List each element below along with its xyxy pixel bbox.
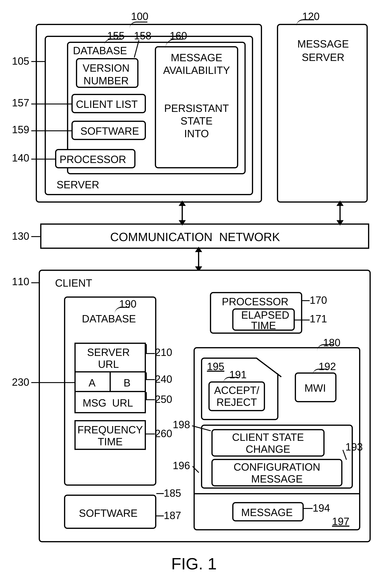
arrow-net-client <box>198 250 199 268</box>
label-database-client: DATABASE <box>82 313 136 325</box>
ref-159: 159 <box>12 124 29 136</box>
ref-170: 170 <box>310 294 327 306</box>
label-client-state-change: CLIENT STATE CHANGE <box>222 431 314 455</box>
arrow-server-net <box>182 204 183 222</box>
label-freq-time: FREQUENCY TIME <box>77 424 144 448</box>
label-config-message: CONFIGURATION MESSAGE <box>219 461 335 485</box>
label-msg-avail: MESSAGE AVAILABILITY PERSISTANT STATE IN… <box>162 52 231 140</box>
ref-260: 260 <box>155 428 172 439</box>
ref-187: 187 <box>164 509 181 521</box>
label-processor-client: PROCESSOR <box>222 296 288 308</box>
label-version-number: VERSION NUMBER <box>83 62 130 87</box>
label-processor-server: PROCESSOR <box>60 154 126 165</box>
label-software-client: SOFTWARE <box>79 507 138 519</box>
leader-170 <box>302 300 310 301</box>
leader-194 <box>304 508 313 509</box>
leader-210 <box>146 353 155 354</box>
leader-171 <box>295 320 310 320</box>
leader-187 <box>156 515 164 516</box>
ref-140: 140 <box>12 152 29 164</box>
ref-158: 158 <box>134 30 152 42</box>
ref-230: 230 <box>12 376 29 388</box>
label-msg-url: MSG URL <box>83 397 133 409</box>
label-server: SERVER <box>56 179 99 191</box>
ref-194: 194 <box>313 502 330 514</box>
ref-130: 130 <box>12 230 29 242</box>
ref-240: 240 <box>155 373 172 385</box>
label-elapsed-time: ELAPSED TIME <box>241 310 286 331</box>
label-b: B <box>124 377 130 389</box>
leader-260 <box>146 433 155 434</box>
label-message: MESSAGE <box>241 506 293 518</box>
label-software-server: SOFTWARE <box>80 125 139 137</box>
label-client: CLIENT <box>55 277 92 289</box>
leader-105 <box>31 61 45 62</box>
ref-195: 195 <box>207 361 224 372</box>
leader-185 <box>156 493 164 494</box>
label-comm-network: COMMUNICATION NETWORK <box>110 230 280 244</box>
label-server-url: SERVER URL <box>87 346 130 370</box>
leader-140 <box>31 159 55 160</box>
leader-159 <box>31 130 72 131</box>
leader-250-hook <box>146 392 147 400</box>
diagram-canvas: 100 SERVER 105 DATABASE 155 VERSION NUMB… <box>0 0 392 584</box>
ref-250: 250 <box>155 393 172 405</box>
label-client-list: CLIENT LIST <box>76 98 138 110</box>
leader-130 <box>31 236 40 237</box>
leader-120 <box>296 19 314 26</box>
arrow-msgserver-net <box>340 204 341 222</box>
ref-210: 210 <box>155 346 172 358</box>
leader-240 <box>146 379 155 380</box>
leader-250 <box>146 399 155 400</box>
ref-185: 185 <box>164 487 181 499</box>
leader-210-hook <box>146 344 147 354</box>
label-mwi: MWI <box>304 382 326 394</box>
ref-197: 197 <box>332 515 350 527</box>
ref-198: 198 <box>173 419 190 430</box>
leader-110 <box>31 282 39 283</box>
figure-caption: FIG. 1 <box>171 554 217 573</box>
leader-230 <box>31 382 74 383</box>
ref-193: 193 <box>346 441 363 453</box>
ref-196: 196 <box>173 460 190 471</box>
ref-157: 157 <box>12 97 29 109</box>
label-a: A <box>88 377 96 389</box>
divider-180 <box>195 493 359 494</box>
ref-110: 110 <box>12 276 29 288</box>
leader-240-hook <box>146 372 147 380</box>
label-accept-reject: ACCEPT/ REJECT <box>214 384 260 408</box>
ref-105: 105 <box>12 55 29 67</box>
leader-157 <box>31 104 72 105</box>
ref-171: 171 <box>310 313 327 325</box>
label-message-server: MESSAGE SERVER <box>292 37 354 64</box>
label-database-server: DATABASE <box>73 45 127 57</box>
